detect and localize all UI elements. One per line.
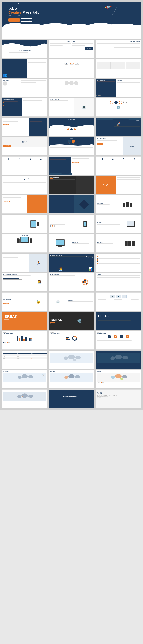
slide-awesome-team: WE ARE AWESOME TEAM xyxy=(95,59,141,78)
svg-point-33 xyxy=(22,396,23,396)
slide-creative-team-3: OUR CREATIVE TEAM CONNECTED xyxy=(95,79,141,97)
slide-image-left: IMAGE ONTHE LEFT READ MORE STEP 1 STEP 2… xyxy=(2,137,48,156)
slide-world-maps-2: WORLD MAPS xyxy=(95,351,141,369)
slide-right-rhombus: RIGHT RHOMBUS PICTURE xyxy=(49,195,94,214)
svg-point-32 xyxy=(28,394,33,398)
svg-point-26 xyxy=(111,376,115,379)
svg-point-19 xyxy=(112,358,113,358)
slide-mac-mockup: MAC MOCKUP xyxy=(2,234,48,252)
slide-orange-btn-right: LEARN MORE IMAGE ONTHE RIGHT xyxy=(2,195,48,214)
slide-core-value: OUR CORE VALUE xyxy=(95,40,141,58)
slide-ipad-2: IPAD MOCKUP xyxy=(95,215,141,233)
svg-point-31 xyxy=(22,394,28,398)
slide-3-title: OUR CORE VALUE xyxy=(97,41,140,42)
svg-point-18 xyxy=(118,357,119,357)
svg-point-25 xyxy=(75,375,80,378)
slide-numbers-1234: 1ITEM 2ITEM 3ITEM 4ITEM xyxy=(2,156,48,175)
slide-numbers-123-dark: 1 2 3 xyxy=(2,176,48,194)
slide-action-plan: MAKE AN ACTION PLAN xyxy=(49,273,94,291)
slide-break-blue: BREAK xyxy=(95,312,141,330)
slide-5-title: MARKETING STATISTIC xyxy=(50,60,93,62)
slide-set-goals-2: SET GOALS BEFORE SOMETHING 👩‍💼 xyxy=(2,273,48,291)
slide-44-title: BREAK xyxy=(50,318,62,322)
svg-point-24 xyxy=(68,374,75,378)
slide-golden-rules: GOLDEN RULES OF DOING SOMETHING 🏃 xyxy=(2,254,48,272)
slide-our-services: OUR SERVICES Service Service Service xyxy=(49,118,94,136)
slide-meet-ceo: MEET THE CEO xyxy=(2,79,48,97)
svg-point-12 xyxy=(68,355,75,359)
slide-data-protection: DATA PROTECTION LEARN MORE 🔒 xyxy=(2,292,48,311)
slide-8-title: OUR CREATIVE TEAM xyxy=(49,80,93,80)
slide-phone-mockup-lg: PHONE MOCKUP xyxy=(49,215,94,233)
svg-point-27 xyxy=(115,374,121,378)
slide-break-dark: BREAK Description ⚙️ xyxy=(49,312,94,330)
slide-orange-btn-left: IMAGE ONTHE LEFT LEARN MORE xyxy=(95,176,141,194)
hero-slide: Lekro – Creative Presentation 12 Decembe… xyxy=(2,2,141,38)
slide-typography: TYPOGRAPHY Aa Bb ABCDEFGHIJKLMNOPQRSTUVW… xyxy=(95,390,141,408)
hero-creative-line: Creative Presentation xyxy=(9,10,42,14)
svg-point-13 xyxy=(75,356,81,359)
svg-point-29 xyxy=(120,378,123,380)
svg-point-14 xyxy=(73,359,77,361)
slide-phone-mockup-2: PHONE MOCKUP xyxy=(95,234,141,252)
slide-phone-image: TIMELINE 2021 2022 xyxy=(49,137,94,156)
slide-who-we-are: WHO WE ARE READ xyxy=(49,40,94,58)
slide-numbers-5678: 5ITEM 6ITEM 7ITEM 8ITEM xyxy=(95,156,141,175)
slide-infographic-2: INFOGRAPHIC DATA INFOGRAPHIC xyxy=(49,331,94,350)
page-wrapper: Lekro – Creative Presentation 12 Decembe… xyxy=(0,0,143,410)
slide-7-title: MEET THE CEO xyxy=(3,80,19,81)
svg-point-22 xyxy=(28,375,33,378)
nothing-button[interactable]: Do Nothing xyxy=(21,18,32,22)
slide-we-do-creative: WE DO CREATIVE AND MORE LEARN MORE xyxy=(49,156,94,175)
svg-point-23 xyxy=(64,376,68,379)
svg-point-17 xyxy=(122,356,128,359)
svg-point-28 xyxy=(122,375,127,378)
slide-services-rocket: SERVICES 🚀 xyxy=(95,118,141,136)
slide-43-title: BREAK xyxy=(4,314,45,319)
svg-point-11 xyxy=(64,356,68,360)
slide-data-table: DATA TABLE Name Value Status Item 1 100 xyxy=(2,351,48,369)
slide-2-title: WHO WE ARE xyxy=(50,41,93,42)
slide-set-goal: SET GOAL TO MOTIVATE YOU 📊 🧑‍💼 xyxy=(49,254,94,272)
slide-thanks: THANKS FOR WATCHING! xyxy=(49,390,94,408)
slide-1-title: OUR WELCOME MESSAGE xyxy=(3,50,47,51)
hero-creative: Creative xyxy=(9,10,22,14)
slide-meet-team: MEET THE CREATIVE TEAM 👥 xyxy=(2,59,48,78)
slide-imac-mockup: IMAC MOCKUP xyxy=(49,234,94,252)
brand-name: Lekro – xyxy=(9,7,42,10)
slide-cloud-services: CLOUD SERVICES 💻 📱 ☁️ xyxy=(95,292,141,311)
slide-image-right-dark: IMAGE ON THE RIGHT IMAGE xyxy=(49,176,94,194)
slide-smart-goal: SET S.M.A.R.T GOAL S M A R xyxy=(95,254,141,272)
slide-45-title: BREAK xyxy=(98,314,139,318)
slide-ipad-mockup: IPAD MOCKUP xyxy=(2,215,48,233)
hero-presentation: Presentation xyxy=(23,10,42,14)
slide-creative-team-2: OUR CREATIVE TEAM Name 1 Name 2 Name 3 xyxy=(49,79,94,97)
slide-world-maps-5: WORLD MAPS Region A Region B xyxy=(95,370,141,388)
slide-image-on-right: IMAGE ON THE RIGHT READ MORE IMAGE xyxy=(95,137,141,156)
svg-point-21 xyxy=(22,374,28,378)
svg-point-20 xyxy=(18,376,22,379)
svg-point-30 xyxy=(17,395,22,398)
launch-button[interactable]: Launch Now xyxy=(9,18,20,22)
slide-world-maps-3: WORLD MAPS ✈️ xyxy=(2,370,48,388)
hero-buttons: Launch Now Do Nothing xyxy=(9,18,32,22)
slide-dots-diagram: ⚙️ xyxy=(95,98,141,116)
slide-creative-services: OUR CREATIVE SERVICES SERVICE 1 SERVICE … xyxy=(2,98,48,116)
slides-grid: OUR WELCOME MESSAGE WHO WE ARE xyxy=(2,40,141,408)
slide-welcome: OUR WELCOME MESSAGE xyxy=(2,40,48,58)
slide-creative-right: OUR CREATIVE SERVICES ON THE RIGHT READ … xyxy=(2,118,48,136)
slide-4-title: MEET THE CREATIVE TEAM xyxy=(3,60,26,62)
slide-stick-with-it: STICK WITH IT xyxy=(95,273,141,291)
slide-phone-mockup-sm: PHONE MOCKUP xyxy=(95,195,141,214)
slide-infographic-3: INFOGRAPHIC DATA INFOGRAPHIC 1 Step 2 St… xyxy=(95,331,141,350)
slide-6-title: WE ARE AWESOME TEAM xyxy=(97,60,140,62)
slide-world-maps-4: WORLD MAPS xyxy=(49,370,94,388)
slide-break-orange: BREAK Subtitle text here xyxy=(2,312,48,330)
slide-creative-services-2: OUR CREATIVE SERVICES 💻 xyxy=(49,98,94,116)
slide-automate: ☁️ AUTOMATE IT xyxy=(49,292,94,311)
slide-world-maps-6: WORLD MAPS xyxy=(2,390,48,408)
slide-infographic-1: INFOGRAPHIC DATA INFOGRAPHIC xyxy=(2,331,48,350)
hero-date: 12 December 2018 xyxy=(9,15,42,16)
slide-marketing-stats: MARKETING STATISTIC 9,412 CLIENTS 79% SU… xyxy=(49,59,94,78)
slide-world-maps-1: WORLD MAPS xyxy=(49,351,94,369)
